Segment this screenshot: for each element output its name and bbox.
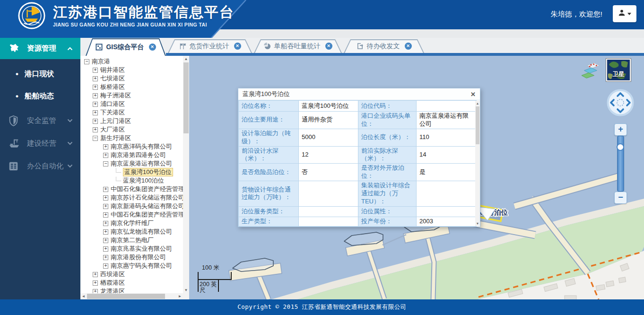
- expand-icon[interactable]: +: [93, 68, 98, 73]
- tree-node[interactable]: 蓝泉湾100号泊位: [83, 168, 183, 176]
- tree-node[interactable]: +南京第二热电厂: [83, 236, 183, 245]
- tab-ship-throughput-stats[interactable]: 单船吞吐量统计✕: [254, 39, 342, 53]
- expand-icon[interactable]: +: [93, 289, 98, 294]
- expand-icon[interactable]: +: [93, 119, 98, 124]
- expand-icon[interactable]: +: [103, 263, 108, 269]
- tree-node[interactable]: +七坝港区: [83, 74, 183, 83]
- expand-icon[interactable]: +: [103, 187, 108, 192]
- expand-icon[interactable]: +: [103, 204, 108, 209]
- tree-node[interactable]: +南京苏计石化储运有限公司: [83, 193, 183, 202]
- tree-node[interactable]: +大厂港区: [83, 125, 183, 134]
- tab-pending-documents[interactable]: 待办收发文✕: [344, 39, 424, 53]
- tree-node[interactable]: 蓝泉湾100泊位: [83, 176, 183, 185]
- tree-horizontal-scrollbar[interactable]: ◄ ►: [80, 293, 189, 299]
- scroll-down-icon[interactable]: ▼: [475, 221, 480, 226]
- tree-node-label: 西坝港区: [100, 271, 125, 278]
- tree-node[interactable]: +下关港区: [83, 108, 183, 117]
- tree-node[interactable]: −南京蓝泉港运有限公司: [83, 159, 183, 168]
- close-icon[interactable]: ✕: [234, 43, 241, 50]
- expand-icon[interactable]: +: [93, 127, 98, 132]
- collapse-icon[interactable]: −: [84, 59, 89, 64]
- close-icon[interactable]: ✕: [325, 43, 332, 50]
- tree-node[interactable]: +南京惠洋码头有限公司: [83, 142, 183, 151]
- tree-node[interactable]: +南京港第四港务公司: [83, 151, 183, 159]
- expand-icon[interactable]: +: [103, 229, 108, 235]
- scrollbar-thumb[interactable]: [87, 294, 165, 299]
- tree-node[interactable]: +栖霞港区: [83, 279, 183, 287]
- zoom-slider-thumb[interactable]: [617, 143, 624, 151]
- pie-chart-icon: [264, 43, 271, 50]
- sidebar-subitem-label: 船舶动态: [25, 91, 54, 101]
- close-icon[interactable]: ✕: [149, 44, 156, 51]
- tree-node[interactable]: +南京新港码头储运有限公司: [83, 202, 183, 210]
- expand-icon[interactable]: +: [103, 153, 108, 158]
- scroll-right-icon[interactable]: ►: [177, 293, 183, 299]
- expand-icon[interactable]: +: [103, 195, 108, 201]
- tree-node[interactable]: +梅子洲港区: [83, 91, 183, 100]
- sidebar-item-safety-supervision[interactable]: 安全监管: [0, 111, 80, 130]
- close-icon[interactable]: ✕: [405, 43, 412, 50]
- expand-icon[interactable]: +: [103, 144, 108, 149]
- tree-node[interactable]: +铜井港区: [83, 66, 183, 74]
- tree-node[interactable]: +南京兆基实业有限公司: [83, 245, 183, 253]
- sidebar-item-ship-dynamics[interactable]: •船舶动态: [0, 85, 80, 107]
- tree-node[interactable]: −南京港: [83, 57, 183, 66]
- expand-icon[interactable]: +: [93, 280, 98, 286]
- layers-icon: [580, 61, 601, 80]
- collapse-icon[interactable]: −: [93, 136, 98, 141]
- province-map-icon: [9, 43, 21, 54]
- tree-node[interactable]: +龙潭港区: [83, 287, 183, 293]
- tree-node[interactable]: +南京港股份有限公司: [83, 253, 183, 262]
- tree-node[interactable]: +南京弘龙物流有限公司: [83, 228, 183, 236]
- tab-dangerous-goods-stats[interactable]: 危货作业统计✕: [168, 39, 252, 53]
- sidebar-item-resource-management[interactable]: 资源管理: [0, 38, 80, 59]
- zoom-out-button[interactable]: −: [614, 192, 627, 204]
- tree-vertical-scrollbar[interactable]: ▲ ▼: [183, 56, 189, 293]
- tree-node[interactable]: +南京惠宁码头有限公司: [83, 262, 183, 270]
- tree-node[interactable]: +西坝港区: [83, 270, 183, 279]
- scrollbar-thumb[interactable]: [183, 62, 189, 133]
- expand-icon[interactable]: +: [103, 255, 108, 260]
- collapse-icon[interactable]: −: [103, 161, 108, 166]
- expand-icon[interactable]: +: [93, 76, 98, 81]
- field-label: 泊位代码：: [358, 101, 417, 112]
- scroll-down-icon[interactable]: ▼: [183, 287, 189, 293]
- tree-node[interactable]: +中国石化集团资产经营管理有: [83, 210, 183, 219]
- close-icon[interactable]: ✕: [470, 91, 476, 97]
- expand-icon[interactable]: +: [93, 93, 98, 98]
- tree-node[interactable]: +中国石化集团资产经营管理有: [83, 185, 183, 193]
- tree-node[interactable]: +上元门港区: [83, 117, 183, 125]
- tree-node[interactable]: +浦口港区: [83, 100, 183, 108]
- expand-icon[interactable]: +: [103, 238, 108, 243]
- expand-icon[interactable]: +: [103, 221, 108, 226]
- tree-node[interactable]: −新生圩港区: [83, 134, 183, 142]
- expand-icon[interactable]: +: [93, 85, 98, 90]
- scrollbar-thumb[interactable]: [476, 106, 479, 144]
- tree-node[interactable]: +南京化学纤维厂: [83, 219, 183, 228]
- sidebar-item-office-automation[interactable]: 办公自动化: [0, 157, 80, 175]
- zoom-in-button[interactable]: +: [614, 123, 627, 136]
- tree-node-label: 板桥港区: [100, 83, 125, 91]
- sidebar-item-construction-operation[interactable]: 建设经营: [0, 134, 80, 153]
- map-pan-control[interactable]: [607, 89, 634, 116]
- expand-icon[interactable]: +: [93, 272, 98, 277]
- tree-node-label: 南京惠洋码头有限公司: [111, 143, 172, 150]
- expand-icon[interactable]: +: [93, 110, 98, 115]
- layers-button[interactable]: [580, 61, 602, 81]
- sidebar-item-port-status[interactable]: •港口现状: [0, 63, 80, 85]
- tree-node[interactable]: +板桥港区: [83, 83, 183, 91]
- field-value: [417, 206, 477, 217]
- scroll-up-icon[interactable]: ▲: [475, 101, 480, 106]
- tab-gis-platform[interactable]: GIS综合平台✕: [86, 38, 166, 56]
- scroll-up-icon[interactable]: ▲: [183, 56, 189, 62]
- user-menu-button[interactable]: [613, 5, 636, 22]
- sidebar-submenu: •港口现状•船舶动态: [0, 59, 80, 107]
- expand-icon[interactable]: +: [103, 212, 108, 218]
- expand-icon[interactable]: +: [103, 246, 108, 252]
- expand-icon[interactable]: +: [93, 102, 98, 107]
- scroll-left-icon[interactable]: ◄: [80, 293, 87, 299]
- tree-node-label: 南京蓝泉港运有限公司: [111, 160, 172, 167]
- satellite-view-button[interactable]: 卫星: [606, 58, 631, 82]
- dialog-row: 泊位服务类型：泊位属性：: [239, 206, 477, 217]
- dialog-scrollbar[interactable]: ▲ ▼: [475, 101, 480, 226]
